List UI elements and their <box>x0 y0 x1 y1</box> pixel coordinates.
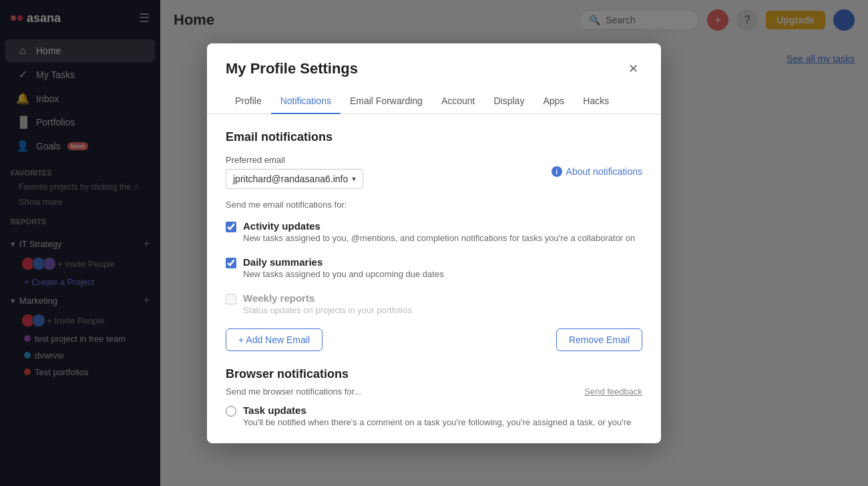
tab-email-forwarding[interactable]: Email Forwarding <box>341 89 432 114</box>
weekly-reports-item: Weekly reports Status updates on project… <box>226 292 642 315</box>
daily-summaries-label: Daily summaries <box>243 256 444 268</box>
email-row: Preferred email jpritchard@randasana6.in… <box>226 155 642 189</box>
activity-updates-checkbox[interactable] <box>226 222 236 232</box>
modal-overlay: My Profile Settings ✕ Profile Notificati… <box>0 0 868 486</box>
remove-email-button[interactable]: Remove Email <box>556 328 642 351</box>
modal-header: My Profile Settings ✕ <box>207 43 661 78</box>
add-new-email-button[interactable]: + Add New Email <box>226 328 322 351</box>
weekly-reports-checkbox[interactable] <box>226 294 236 304</box>
task-updates-desc: You'll be notified when there's a commen… <box>243 417 631 427</box>
browser-notifications-section: Browser notifications Send me browser no… <box>226 367 642 427</box>
email-field-group: Preferred email jpritchard@randasana6.in… <box>226 155 363 189</box>
browser-send-me-label: Send me browser notifications for... <box>226 387 361 397</box>
daily-summaries-checkbox[interactable] <box>226 258 236 268</box>
tab-notifications[interactable]: Notifications <box>271 89 341 114</box>
weekly-reports-desc: Status updates on projects in your portf… <box>243 305 412 315</box>
activity-updates-label: Activity updates <box>243 220 635 232</box>
weekly-reports-label: Weekly reports <box>243 292 412 304</box>
task-updates-radio[interactable] <box>226 406 236 417</box>
daily-summaries-item: Daily summaries New tasks assigned to yo… <box>226 256 642 279</box>
email-notifications-section: Email notifications Preferred email jpri… <box>226 130 642 351</box>
activity-updates-desc: New tasks assigned to you, @mentions, an… <box>243 233 635 243</box>
send-me-label: Send me email notifications for: <box>226 200 642 210</box>
task-updates-label: Task updates <box>243 405 631 416</box>
close-button[interactable]: ✕ <box>624 59 642 78</box>
tab-account[interactable]: Account <box>432 89 485 114</box>
modal-title: My Profile Settings <box>226 60 358 77</box>
tab-hacks[interactable]: Hacks <box>574 89 618 114</box>
browser-notif-row: Send me browser notifications for... Sen… <box>226 387 642 397</box>
task-updates-content: Task updates You'll be notified when the… <box>243 405 631 427</box>
about-notifications-link[interactable]: i About notifications <box>552 166 642 177</box>
browser-notifications-title: Browser notifications <box>226 367 642 381</box>
info-icon: i <box>552 166 562 177</box>
settings-modal: My Profile Settings ✕ Profile Notificati… <box>207 43 661 443</box>
send-feedback-link[interactable]: Send feedback <box>584 387 642 397</box>
email-notifications-title: Email notifications <box>226 130 642 144</box>
tab-apps[interactable]: Apps <box>533 89 574 114</box>
modal-tabs: Profile Notifications Email Forwarding A… <box>207 89 661 114</box>
activity-updates-content: Activity updates New tasks assigned to y… <box>243 220 635 243</box>
email-select[interactable]: jpritchard@randasana6.info ▾ <box>226 169 363 189</box>
email-value: jpritchard@randasana6.info <box>233 174 348 184</box>
preferred-email-label: Preferred email <box>226 155 363 165</box>
chevron-down-icon: ▾ <box>352 174 356 184</box>
daily-summaries-content: Daily summaries New tasks assigned to yo… <box>243 256 444 279</box>
task-updates-item: Task updates You'll be notified when the… <box>226 405 642 427</box>
about-notifications-label: About notifications <box>566 166 642 177</box>
tab-display[interactable]: Display <box>484 89 533 114</box>
modal-body: Email notifications Preferred email jpri… <box>207 114 661 443</box>
tab-profile[interactable]: Profile <box>226 89 271 114</box>
daily-summaries-desc: New tasks assigned to you and upcoming d… <box>243 269 444 279</box>
email-btn-row: + Add New Email Remove Email <box>226 328 642 351</box>
weekly-reports-content: Weekly reports Status updates on project… <box>243 292 412 315</box>
activity-updates-item: Activity updates New tasks assigned to y… <box>226 220 642 243</box>
